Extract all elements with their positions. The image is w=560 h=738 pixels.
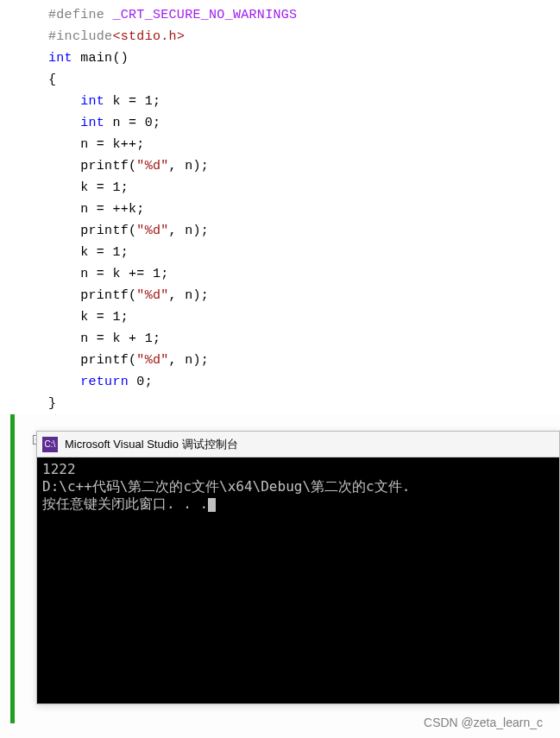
preproc-keyword: include (56, 29, 112, 44)
preproc-keyword: define (56, 8, 104, 22)
brace: { (48, 73, 56, 87)
console-line: 1222 (42, 461, 76, 477)
console-line: 按任意键关闭此窗口. . . (42, 495, 208, 512)
string-literal: "%d" (136, 159, 168, 173)
args: , n); (169, 353, 210, 368)
code-line: #define _CRT_SECURE_NO_WARNINGS (0, 4, 560, 26)
code-line: printf("%d", n); (0, 155, 560, 177)
preproc-hash: # (48, 29, 56, 44)
code-line: printf("%d", n); (0, 220, 560, 242)
paren: ( (129, 224, 136, 238)
code-line: n = ++k; (0, 199, 560, 220)
string-literal: "%d" (136, 353, 168, 368)
angle-bracket: > (177, 29, 185, 44)
cursor-icon (208, 498, 216, 512)
stmt: n = k + 1; (80, 331, 160, 346)
stmt: k = 1; (80, 310, 129, 325)
header-name: stdio.h (121, 29, 177, 44)
string-literal: "%d" (136, 224, 168, 238)
code-line: k = 1; (0, 242, 560, 263)
function-name: main (72, 51, 113, 66)
code-line: k = 1; (0, 306, 560, 328)
paren: ( (129, 159, 136, 173)
code-line: k = 1; (0, 177, 560, 199)
stmt: 0; (129, 375, 153, 389)
code-line: printf("%d", n); (0, 350, 560, 371)
stmt: k = 1; (80, 245, 129, 260)
stmt: k = 1; (104, 94, 160, 109)
stmt: n = k++; (80, 137, 144, 152)
console-titlebar[interactable]: C:\ Microsoft Visual Studio 调试控制台 (37, 432, 559, 457)
func-call: printf (80, 224, 129, 238)
code-line: } (0, 393, 560, 414)
stmt: n = ++k; (80, 202, 144, 217)
stmt: n = k += 1; (80, 267, 168, 281)
console-line: D:\c++代码\第二次的c文件\x64\Debug\第二次的c文件. (42, 478, 410, 495)
code-line: int k = 1; (0, 91, 560, 112)
console-title: Microsoft Visual Studio 调试控制台 (65, 437, 238, 452)
parens: () (112, 51, 129, 66)
preproc-hash: # (48, 8, 56, 22)
code-line: int main() (0, 47, 560, 69)
brace: } (48, 396, 56, 411)
args: , n); (169, 224, 210, 238)
paren: ( (129, 353, 136, 368)
stmt: n = 0; (104, 116, 160, 130)
angle-bracket: < (112, 29, 120, 44)
type-keyword: int (48, 51, 72, 66)
code-editor[interactable]: #define _CRT_SECURE_NO_WARNINGS #include… (0, 0, 560, 414)
paren: ( (129, 288, 136, 303)
code-line: printf("%d", n); (0, 285, 560, 306)
code-line: n = k++; (0, 134, 560, 155)
code-line: { (0, 69, 560, 91)
stmt: k = 1; (80, 180, 129, 195)
code-line: #include<stdio.h> (0, 26, 560, 47)
code-line: return 0; (0, 371, 560, 393)
func-call: printf (80, 159, 129, 173)
string-literal: "%d" (136, 288, 168, 303)
code-line: n = k + 1; (0, 328, 560, 350)
args: , n); (169, 288, 210, 303)
watermark-text: CSDN @zeta_learn_c (424, 716, 543, 729)
keyword: return (80, 375, 129, 389)
console-output: 1222 D:\c++代码\第二次的c文件\x64\Debug\第二次的c文件.… (37, 457, 559, 703)
func-call: printf (80, 288, 129, 303)
code-line: int n = 0; (0, 112, 560, 134)
type-keyword: int (80, 94, 104, 109)
args: , n); (169, 159, 210, 173)
code-line: n = k += 1; (0, 263, 560, 285)
type-keyword: int (80, 116, 104, 130)
macro-name: _CRT_SECURE_NO_WARNINGS (104, 8, 297, 22)
console-icon: C:\ (42, 437, 58, 452)
func-call: printf (80, 353, 129, 368)
debug-console-window[interactable]: C:\ Microsoft Visual Studio 调试控制台 1222 D… (36, 431, 560, 704)
